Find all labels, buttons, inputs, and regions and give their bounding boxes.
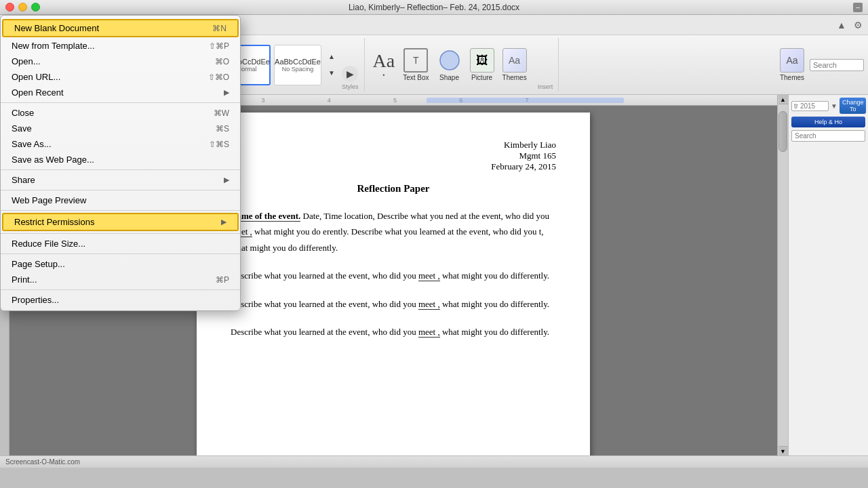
doc-paragraph-2: Describe what you learned at the event, … xyxy=(231,268,556,283)
maximize-button[interactable] xyxy=(31,3,40,12)
menu-sep-3 xyxy=(1,190,240,190)
menu-item-page-setup[interactable]: Page Setup... xyxy=(1,256,240,272)
menu-item-save[interactable]: Save ⌘S xyxy=(1,121,240,136)
menu-item-reduce-size[interactable]: Reduce File Size... xyxy=(1,236,240,251)
menu-item-restrict[interactable]: Restrict Permissions ▶ xyxy=(2,213,239,231)
menu-item-save-as[interactable]: Save As... ⇧⌘S xyxy=(1,136,240,152)
audio-btn[interactable]: ▶ xyxy=(342,66,358,82)
doc-paragraph-1: Name of the event. Date, Time location, … xyxy=(231,208,556,256)
window-title: Liao, Kimberly– Reflection– Feb. 24, 201… xyxy=(349,3,519,12)
ribbon-search-input[interactable] xyxy=(810,59,864,71)
picture-btn[interactable]: 🖼 Picture xyxy=(467,47,497,83)
styles-scroll-down[interactable]: ▼ xyxy=(324,66,339,81)
svg-point-0 xyxy=(440,51,459,70)
style-no-spacing[interactable]: AaBbCcDdEe No Spacing xyxy=(274,45,321,85)
menu-item-print[interactable]: Print... ⌘P xyxy=(1,272,240,287)
scroll-thumb[interactable] xyxy=(778,111,787,152)
menu-item-open-recent[interactable]: Open Recent ▶ xyxy=(1,85,240,100)
menu-sep-7 xyxy=(1,289,240,290)
doc-paragraph-3: Describe what you learned at the event, … xyxy=(231,296,556,312)
menu-sep-2 xyxy=(1,169,240,170)
themes-right-btn[interactable]: Aa Themes xyxy=(777,48,807,81)
panel-search-input[interactable] xyxy=(791,130,865,142)
ribbon-collapse-btn[interactable]: ▲ xyxy=(835,18,848,32)
doc-paragraph-4: Describe what you learned at the event, … xyxy=(231,324,556,340)
menu-item-share[interactable]: Share ▶ xyxy=(1,172,240,188)
menu-item-properties[interactable]: Properties... xyxy=(1,292,240,308)
date-arrow-icon[interactable]: ▼ xyxy=(831,102,837,110)
date-input[interactable] xyxy=(791,101,829,111)
styles-scroll-up[interactable]: ▲ xyxy=(324,49,339,64)
ribbon-settings-btn[interactable]: ⚙ xyxy=(851,18,865,32)
traffic-lights xyxy=(5,3,40,12)
doc-title: Reflection Paper xyxy=(231,183,556,195)
document-page: Kimberly Liao Mgmt 165 February 24, 2015… xyxy=(197,113,590,455)
change-to-btn[interactable]: Change To xyxy=(840,98,867,114)
dropdown-menu[interactable]: New Blank Document ⌘N New from Template.… xyxy=(0,15,241,311)
textbox-btn[interactable]: T Text Box xyxy=(400,47,431,83)
scrollbar: ▲ ▼ xyxy=(777,95,788,455)
ribbon-insert-group: Aa • T Text Box Shape xyxy=(365,38,559,92)
status-bar: Screencast-O-Matic.com xyxy=(0,455,868,468)
menu-item-new-blank[interactable]: New Blank Document ⌘N xyxy=(2,19,239,37)
themes-btn[interactable]: Aa Themes xyxy=(500,47,530,83)
menu-item-web-preview[interactable]: Web Page Preview xyxy=(1,192,240,208)
minimize-button[interactable] xyxy=(18,3,27,12)
menu-sep-1 xyxy=(1,102,240,103)
doc-header: Kimberly Liao Mgmt 165 February 24, 2015 xyxy=(231,140,556,172)
menu-sep-6 xyxy=(1,253,240,254)
scroll-down-btn[interactable]: ▼ xyxy=(778,446,788,455)
menu-item-open[interactable]: Open... ⌘O xyxy=(1,54,240,69)
scroll-up-btn[interactable]: ▲ xyxy=(778,95,788,104)
title-bar: Liao, Kimberly– Reflection– Feb. 24, 201… xyxy=(0,0,868,15)
menu-item-open-url[interactable]: Open URL... ⇧⌘O xyxy=(1,69,240,85)
scroll-track xyxy=(778,104,788,446)
menu-sep-4 xyxy=(1,210,240,211)
menu-sep-5 xyxy=(1,233,240,234)
menu-item-save-web[interactable]: Save as Web Page... xyxy=(1,152,240,167)
right-panel: ▼ Change To Help & Ho xyxy=(788,95,868,455)
help-btn[interactable]: Help & Ho xyxy=(791,117,865,127)
menu-item-new-from-template[interactable]: New from Template... ⇧⌘P xyxy=(1,38,240,54)
menu-item-close[interactable]: Close ⌘W xyxy=(1,105,240,121)
close-button[interactable] xyxy=(5,3,14,12)
shape-btn[interactable]: Shape xyxy=(435,47,465,83)
screencast-label: Screencast-O-Matic.com xyxy=(5,458,80,466)
aa-btn[interactable]: Aa • xyxy=(370,50,398,80)
collapse-button[interactable]: – xyxy=(853,3,863,12)
